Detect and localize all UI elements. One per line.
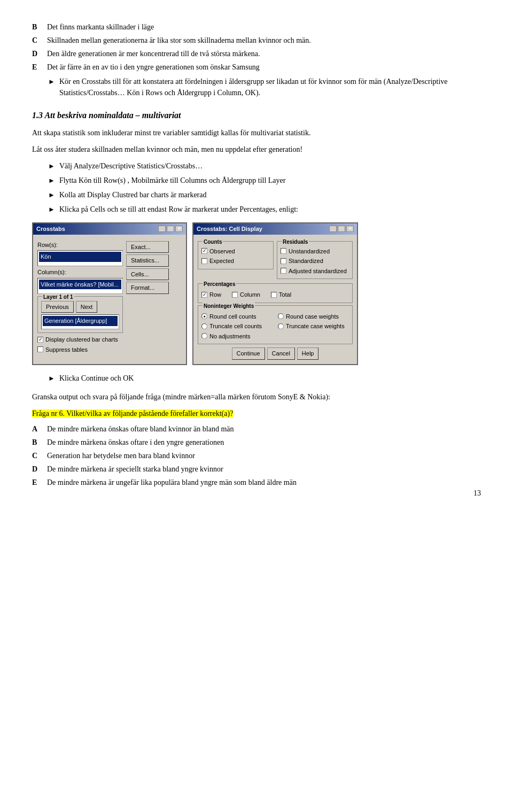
table-row: C Skillnaden mellan generationerna är li… <box>32 35 481 46</box>
truncate-cell-label: Truncate cell counts <box>209 322 262 331</box>
cell-display-body: Counts ✓ Observed Expected <box>193 235 357 364</box>
minimize-button[interactable]: _ <box>158 226 166 232</box>
col-pct-checkbox[interactable] <box>232 292 238 298</box>
round-case-radio[interactable] <box>278 313 284 319</box>
bullet-e-sub: ► Kör en Crosstabs till för att konstate… <box>48 76 481 98</box>
previous-button[interactable]: Previous <box>41 301 74 313</box>
col-pct-checkbox-row: Column <box>232 290 260 299</box>
row-pct-checkbox[interactable]: ✓ <box>201 292 207 298</box>
crosstabs-dialog[interactable]: Crosstabs _ □ ✕ Row(s): Kön <box>32 222 187 365</box>
row-pct-label: Row <box>209 290 221 299</box>
cell-minimize-button[interactable]: _ <box>329 226 337 232</box>
continue-button[interactable]: Continue <box>232 347 265 360</box>
next-button[interactable]: Next <box>76 301 98 313</box>
truncate-cell-radio[interactable] <box>201 323 207 329</box>
crosstabs-title: Crosstabs <box>36 225 65 234</box>
row-bottom-text-b: De mindre märkena önskas oftare i den yn… <box>47 437 481 448</box>
standardized-checkbox[interactable] <box>281 258 286 264</box>
dialog-container: Crosstabs _ □ ✕ Row(s): Kön <box>32 222 481 365</box>
row-letter-d: D <box>32 48 47 59</box>
help-button[interactable]: Help <box>297 347 319 360</box>
expected-checkbox[interactable] <box>201 258 207 264</box>
truncate-cell-radio-row: Truncate cell counts <box>201 322 273 331</box>
row-bottom-letter-e: E <box>32 477 47 488</box>
suppress-tables-checkbox[interactable] <box>37 346 43 352</box>
no-adjustments-radio[interactable] <box>201 333 207 339</box>
bullet-main-1: ► Välj Analyze/Descriptive Statistics/Cr… <box>48 160 481 172</box>
observed-checkbox-row: ✓ Observed <box>201 247 270 256</box>
cell-display-title: Crosstabs: Cell Display <box>197 225 262 234</box>
page-number: 13 <box>473 488 481 499</box>
adjusted-standardized-checkbox-row: Adjusted standardized <box>281 267 349 276</box>
layer-list-item[interactable]: Generation [Åldergrupp] <box>43 316 118 326</box>
truncate-case-radio-row: Truncate case weights <box>278 322 349 331</box>
col-list[interactable]: Vilket märke önskas? [Mobil... <box>37 278 123 294</box>
unstandardized-checkbox[interactable] <box>281 248 286 254</box>
standardized-checkbox-row: Standardized <box>281 257 349 266</box>
col-pct-label: Column <box>240 290 260 299</box>
maximize-button[interactable]: □ <box>167 226 174 232</box>
exact-button[interactable]: Exact... <box>126 241 169 253</box>
counts-percentages-residuals-layout: Counts ✓ Observed Expected <box>198 239 353 282</box>
total-pct-checkbox[interactable] <box>271 292 277 298</box>
cells-button[interactable]: Cells... <box>126 268 169 281</box>
arrow-icon: ► <box>48 175 55 186</box>
row-bottom-text-c: Generation har betydelse men bara bland … <box>47 450 481 461</box>
bullet-after-dialog-text: Klicka Continue och OK <box>59 373 481 384</box>
table-row: B Det finns markanta skillnader i läge <box>32 21 481 33</box>
percentages-group: Percentages ✓ Row Column Total <box>198 283 353 303</box>
row-bottom-letter-c: C <box>32 450 47 461</box>
close-button[interactable]: ✕ <box>175 226 183 232</box>
total-pct-checkbox-row: Total <box>271 290 291 299</box>
page-content: B Det finns markanta skillnader i läge C… <box>32 21 481 488</box>
truncate-case-radio[interactable] <box>278 323 284 329</box>
table-row-a: A De mindre märkena önskas oftare bland … <box>32 423 481 435</box>
bullet-main-3: ► Kolla att Display Clustred bar charts … <box>48 189 481 200</box>
row-list-item[interactable]: Kön <box>39 252 121 262</box>
para-granska: Granska output och svara på följande frå… <box>32 391 481 403</box>
layer-group-label: Layer 1 of 1 <box>42 293 74 301</box>
no-adjustments-label: No adjustments <box>209 332 250 341</box>
format-button[interactable]: Format... <box>126 282 169 294</box>
expected-label: Expected <box>209 257 234 266</box>
statistics-button[interactable]: Statistics... <box>126 254 169 267</box>
cell-display-btn-row: Continue Cancel Help <box>198 347 353 360</box>
row-letter-e: E <box>32 61 47 73</box>
para2: Låt oss åter studera skillnaden mellan k… <box>32 144 481 155</box>
layer-list[interactable]: Generation [Åldergrupp] <box>41 314 119 329</box>
unstandardized-checkbox-row: Unstandardized <box>281 247 349 256</box>
arrow-icon: ► <box>48 373 55 384</box>
bullet-e-sub-text: Kör en Crosstabs till för att konstatera… <box>59 76 481 98</box>
row-bottom-letter-d: D <box>32 463 47 475</box>
percentages-group-label: Percentages <box>203 280 236 288</box>
crosstabs-titlebar: Crosstabs _ □ ✕ <box>33 223 186 235</box>
round-cell-radio[interactable] <box>201 313 207 319</box>
round-cell-radio-row: Round cell counts <box>201 312 273 321</box>
row-bottom-text-a: De mindre märkena önskas oftare bland kv… <box>47 423 481 435</box>
standardized-label: Standardized <box>289 257 323 266</box>
cell-display-dialog[interactable]: Crosstabs: Cell Display _ □ ✕ Counts <box>192 222 358 365</box>
observed-label: Observed <box>209 247 235 256</box>
bullet-main-text-1: Välj Analyze/Descriptive Statistics/Cros… <box>59 160 481 172</box>
residuals-section: Residuals Unstandardized Standardized <box>277 239 353 282</box>
round-case-label: Round case weights <box>286 312 339 321</box>
bullet-main-4: ► Klicka på Cells och se till att endast… <box>48 204 481 215</box>
adjusted-standardized-checkbox[interactable] <box>281 268 286 274</box>
table-row-e: E De mindre märkena är ungefär lika popu… <box>32 477 481 488</box>
display-clustered-checkbox[interactable]: ✓ <box>37 337 43 343</box>
table-row: E Det är färre än en av tio i den yngre … <box>32 61 481 73</box>
row-text-e: Det är färre än en av tio i den yngre ge… <box>47 61 481 73</box>
cancel-button[interactable]: Cancel <box>267 347 295 360</box>
expected-checkbox-row: Expected <box>201 257 270 266</box>
col-list-item[interactable]: Vilket märke önskas? [Mobil... <box>39 280 121 290</box>
cell-close-button[interactable]: ✕ <box>346 226 354 232</box>
layer-group: Layer 1 of 1 Previous Next Generation [Å… <box>37 296 123 334</box>
titlebar-buttons: _ □ ✕ <box>158 226 183 232</box>
truncate-case-label: Truncate case weights <box>286 322 345 331</box>
row-list[interactable]: Kön <box>37 250 123 266</box>
rows-top: B Det finns markanta skillnader i läge C… <box>32 21 481 73</box>
crosstabs-left-panel: Row(s): Kön Column(s): Vilket märke önsk… <box>37 239 123 355</box>
observed-checkbox[interactable]: ✓ <box>201 248 207 254</box>
cell-maximize-button[interactable]: □ <box>338 226 345 232</box>
question-row: Fråga nr 6. Vilket/vilka av följande pås… <box>32 408 481 419</box>
